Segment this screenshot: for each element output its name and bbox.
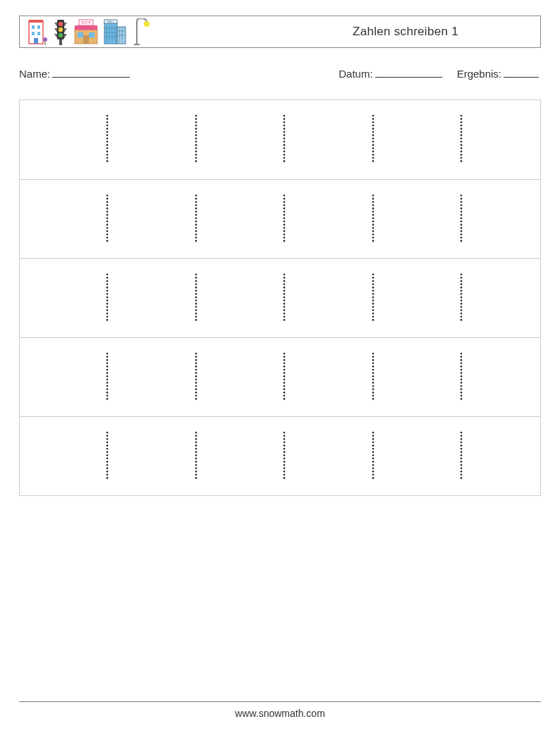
tracing-cell[interactable] bbox=[451, 114, 540, 165]
tracing-cell[interactable] bbox=[363, 273, 452, 324]
svg-point-179 bbox=[461, 214, 463, 216]
svg-point-113 bbox=[106, 194, 109, 196]
tracing-cell[interactable] bbox=[97, 114, 186, 165]
svg-point-172 bbox=[372, 240, 374, 242]
svg-point-381 bbox=[284, 473, 286, 476]
svg-point-129 bbox=[195, 198, 197, 200]
tracing-cell[interactable] bbox=[97, 194, 186, 245]
svg-point-73 bbox=[284, 131, 286, 133]
svg-point-352 bbox=[106, 477, 109, 479]
office-icon: MALL bbox=[103, 18, 127, 45]
svg-point-235 bbox=[372, 279, 374, 282]
svg-point-295 bbox=[284, 358, 286, 361]
svg-point-334 bbox=[461, 388, 463, 390]
svg-point-308 bbox=[372, 352, 374, 354]
tracing-cell[interactable] bbox=[363, 194, 452, 245]
date-blank[interactable] bbox=[375, 68, 442, 78]
name-blank[interactable] bbox=[52, 68, 130, 78]
svg-point-155 bbox=[284, 233, 286, 235]
tracing-cell[interactable] bbox=[97, 431, 186, 482]
svg-point-335 bbox=[461, 391, 463, 393]
svg-point-109 bbox=[461, 150, 463, 152]
tracing-cell[interactable] bbox=[186, 114, 275, 165]
tracing-cell[interactable] bbox=[274, 114, 363, 165]
svg-point-215 bbox=[195, 312, 197, 314]
svg-point-106 bbox=[461, 141, 463, 143]
svg-point-388 bbox=[372, 447, 374, 449]
tracing-cell[interactable] bbox=[274, 194, 363, 245]
svg-point-147 bbox=[284, 207, 286, 210]
svg-point-244 bbox=[372, 309, 374, 311]
svg-rect-19 bbox=[83, 35, 89, 44]
svg-point-218 bbox=[284, 273, 286, 275]
svg-point-53 bbox=[195, 115, 197, 117]
svg-text:MALL: MALL bbox=[107, 20, 115, 23]
svg-point-337 bbox=[461, 398, 463, 400]
dotted-one-icon bbox=[192, 273, 200, 324]
svg-point-232 bbox=[284, 319, 286, 321]
svg-point-54 bbox=[195, 118, 197, 120]
svg-point-136 bbox=[195, 220, 197, 222]
tracing-cell[interactable] bbox=[186, 194, 275, 245]
svg-point-291 bbox=[195, 394, 197, 397]
result-blank[interactable] bbox=[504, 68, 539, 78]
tracing-cell[interactable] bbox=[274, 273, 363, 324]
svg-point-212 bbox=[195, 303, 197, 305]
svg-point-48 bbox=[106, 147, 109, 150]
svg-point-268 bbox=[106, 368, 109, 370]
svg-point-230 bbox=[284, 312, 286, 314]
svg-point-347 bbox=[106, 461, 109, 463]
svg-point-297 bbox=[284, 366, 286, 368]
svg-point-119 bbox=[106, 214, 109, 216]
tracing-cell[interactable] bbox=[363, 114, 452, 165]
svg-point-315 bbox=[372, 375, 374, 377]
svg-point-40 bbox=[106, 121, 109, 123]
svg-point-399 bbox=[461, 435, 463, 437]
svg-point-326 bbox=[461, 362, 463, 364]
svg-point-243 bbox=[372, 306, 374, 308]
svg-point-137 bbox=[195, 224, 197, 226]
svg-point-194 bbox=[106, 293, 109, 295]
tracing-row bbox=[20, 100, 540, 179]
dotted-one-icon bbox=[369, 352, 377, 403]
tracing-cell[interactable] bbox=[274, 352, 363, 403]
tracing-cell[interactable] bbox=[274, 431, 363, 482]
svg-point-339 bbox=[106, 435, 109, 437]
svg-point-293 bbox=[284, 352, 286, 354]
tracing-cell[interactable] bbox=[363, 352, 452, 403]
svg-point-245 bbox=[372, 312, 374, 314]
svg-point-391 bbox=[372, 457, 374, 459]
tracing-cell[interactable] bbox=[186, 431, 275, 482]
svg-point-343 bbox=[106, 447, 109, 449]
svg-point-264 bbox=[106, 356, 109, 358]
svg-point-224 bbox=[284, 293, 286, 295]
svg-point-139 bbox=[195, 230, 197, 232]
tracing-cell[interactable] bbox=[451, 352, 540, 403]
svg-point-329 bbox=[461, 372, 463, 374]
svg-point-169 bbox=[372, 230, 374, 232]
svg-point-255 bbox=[461, 296, 463, 298]
tracing-cell[interactable] bbox=[451, 431, 540, 482]
svg-point-283 bbox=[195, 368, 197, 370]
svg-point-75 bbox=[284, 138, 286, 140]
tracing-cell[interactable] bbox=[186, 273, 275, 324]
tracing-cell[interactable] bbox=[97, 352, 186, 403]
svg-point-319 bbox=[372, 388, 374, 390]
svg-point-36 bbox=[144, 21, 150, 27]
svg-point-360 bbox=[195, 454, 197, 456]
tracing-cell[interactable] bbox=[97, 273, 186, 324]
svg-point-200 bbox=[106, 312, 109, 314]
svg-point-313 bbox=[372, 368, 374, 370]
svg-point-162 bbox=[372, 207, 374, 210]
tracing-cell[interactable] bbox=[451, 273, 540, 324]
svg-point-170 bbox=[372, 233, 374, 235]
svg-point-154 bbox=[284, 230, 286, 232]
svg-point-330 bbox=[461, 375, 463, 377]
tracing-cell[interactable] bbox=[186, 352, 275, 403]
tracing-cell[interactable] bbox=[363, 431, 452, 482]
svg-point-260 bbox=[461, 312, 463, 314]
tracing-cell[interactable] bbox=[451, 194, 540, 245]
svg-point-406 bbox=[461, 457, 463, 459]
svg-point-278 bbox=[195, 352, 197, 354]
svg-point-152 bbox=[284, 224, 286, 226]
